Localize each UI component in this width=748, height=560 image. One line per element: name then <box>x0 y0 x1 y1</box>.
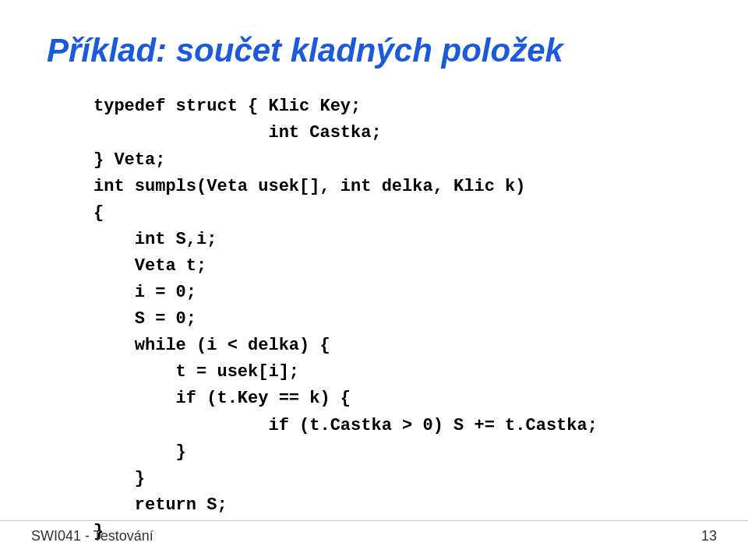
code-line-3: } Veta; <box>94 147 701 174</box>
code-line-11: S = 0; <box>94 306 701 333</box>
code-block: typedef struct { Klic Key; int Castka; }… <box>94 93 701 545</box>
footer: SWI041 - Testování 13 <box>0 528 748 544</box>
code-line-1: typedef struct { Klic Key; <box>94 93 701 120</box>
code-line-18: return S; <box>94 492 701 519</box>
code-line-17: } <box>94 466 701 492</box>
divider-line <box>0 520 748 521</box>
code-line-16: } <box>94 439 701 466</box>
code-line-2: int Castka; <box>94 120 701 146</box>
code-line-13: t = usek[i]; <box>94 359 701 386</box>
code-line-14: if (t.Key == k) { <box>94 386 701 412</box>
footer-course-label: SWI041 - Testování <box>31 528 153 544</box>
footer-page-number: 13 <box>701 528 717 544</box>
slide-container: Příklad: součet kladných položek typedef… <box>0 0 748 560</box>
code-line-5: int sumpls(Veta usek[], int delka, Klic … <box>94 174 701 200</box>
code-line-15: if (t.Castka > 0) S += t.Castka; <box>94 413 701 439</box>
slide-title: Příklad: součet kladných položek <box>47 31 701 70</box>
code-line-7: int S,i; <box>94 227 701 253</box>
code-line-6: { <box>94 200 701 227</box>
code-line-8: Veta t; <box>94 253 701 280</box>
code-line-10: i = 0; <box>94 280 701 306</box>
code-line-12: while (i < delka) { <box>94 333 701 359</box>
